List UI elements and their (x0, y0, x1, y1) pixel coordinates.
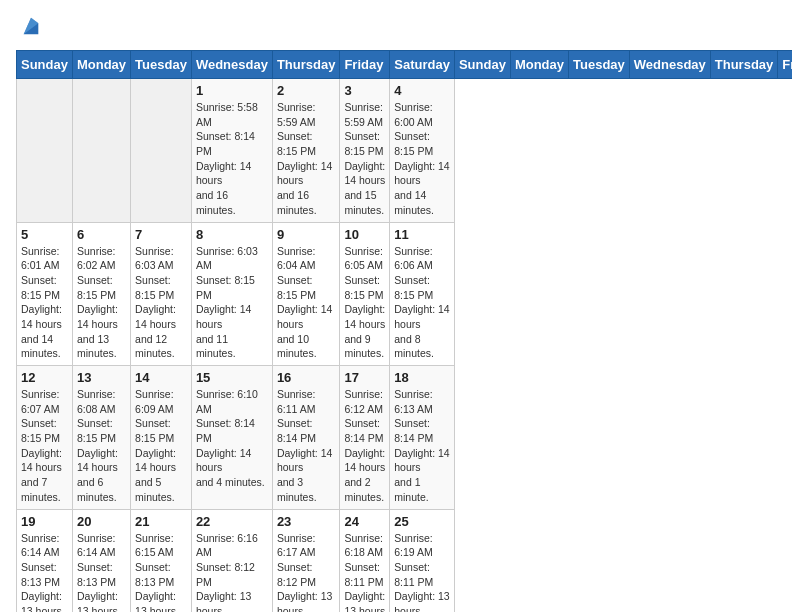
logo-icon (20, 16, 42, 38)
day-number: 17 (344, 370, 385, 385)
calendar-cell: 13Sunrise: 6:08 AMSunset: 8:15 PMDayligh… (72, 366, 130, 510)
day-info: Sunrise: 6:03 AMSunset: 8:15 PMDaylight:… (135, 244, 187, 362)
calendar-cell: 3Sunrise: 5:59 AMSunset: 8:15 PMDaylight… (340, 79, 390, 223)
day-info: Sunrise: 5:59 AMSunset: 8:15 PMDaylight:… (277, 100, 336, 218)
calendar-cell: 15Sunrise: 6:10 AMSunset: 8:14 PMDayligh… (191, 366, 272, 510)
day-info: Sunrise: 6:14 AMSunset: 8:13 PMDaylight:… (77, 531, 126, 613)
calendar-week-4: 19Sunrise: 6:14 AMSunset: 8:13 PMDayligh… (17, 509, 793, 612)
calendar-cell: 9Sunrise: 6:04 AMSunset: 8:15 PMDaylight… (272, 222, 340, 366)
calendar-cell: 23Sunrise: 6:17 AMSunset: 8:12 PMDayligh… (272, 509, 340, 612)
day-info: Sunrise: 6:17 AMSunset: 8:12 PMDaylight:… (277, 531, 336, 613)
day-header-monday: Monday (510, 51, 568, 79)
day-number: 20 (77, 514, 126, 529)
calendar-cell (17, 79, 73, 223)
day-info: Sunrise: 6:18 AMSunset: 8:11 PMDaylight:… (344, 531, 385, 613)
calendar-cell: 21Sunrise: 6:15 AMSunset: 8:13 PMDayligh… (131, 509, 192, 612)
day-header-friday: Friday (778, 51, 792, 79)
day-info: Sunrise: 6:15 AMSunset: 8:13 PMDaylight:… (135, 531, 187, 613)
calendar-header-row: SundayMondayTuesdayWednesdayThursdayFrid… (17, 51, 793, 79)
day-info: Sunrise: 6:10 AMSunset: 8:14 PMDaylight:… (196, 387, 268, 490)
day-header-sunday: Sunday (454, 51, 510, 79)
calendar-cell: 6Sunrise: 6:02 AMSunset: 8:15 PMDaylight… (72, 222, 130, 366)
day-info: Sunrise: 6:14 AMSunset: 8:13 PMDaylight:… (21, 531, 68, 613)
calendar-week-2: 5Sunrise: 6:01 AMSunset: 8:15 PMDaylight… (17, 222, 793, 366)
calendar-cell (131, 79, 192, 223)
day-info: Sunrise: 5:59 AMSunset: 8:15 PMDaylight:… (344, 100, 385, 218)
day-info: Sunrise: 6:12 AMSunset: 8:14 PMDaylight:… (344, 387, 385, 505)
day-header-friday: Friday (340, 51, 390, 79)
logo (16, 16, 42, 38)
calendar-cell: 14Sunrise: 6:09 AMSunset: 8:15 PMDayligh… (131, 366, 192, 510)
day-number: 7 (135, 227, 187, 242)
day-header-tuesday: Tuesday (131, 51, 192, 79)
calendar-cell: 4Sunrise: 6:00 AMSunset: 8:15 PMDaylight… (390, 79, 455, 223)
day-info: Sunrise: 6:03 AMSunset: 8:15 PMDaylight:… (196, 244, 268, 362)
day-header-wednesday: Wednesday (191, 51, 272, 79)
day-info: Sunrise: 6:08 AMSunset: 8:15 PMDaylight:… (77, 387, 126, 505)
day-number: 19 (21, 514, 68, 529)
day-number: 16 (277, 370, 336, 385)
day-number: 22 (196, 514, 268, 529)
day-info: Sunrise: 5:58 AMSunset: 8:14 PMDaylight:… (196, 100, 268, 218)
day-info: Sunrise: 6:19 AMSunset: 8:11 PMDaylight:… (394, 531, 450, 613)
day-info: Sunrise: 6:04 AMSunset: 8:15 PMDaylight:… (277, 244, 336, 362)
day-info: Sunrise: 6:01 AMSunset: 8:15 PMDaylight:… (21, 244, 68, 362)
calendar-cell: 7Sunrise: 6:03 AMSunset: 8:15 PMDaylight… (131, 222, 192, 366)
day-info: Sunrise: 6:02 AMSunset: 8:15 PMDaylight:… (77, 244, 126, 362)
day-number: 10 (344, 227, 385, 242)
day-info: Sunrise: 6:07 AMSunset: 8:15 PMDaylight:… (21, 387, 68, 505)
day-number: 5 (21, 227, 68, 242)
calendar-cell: 8Sunrise: 6:03 AMSunset: 8:15 PMDaylight… (191, 222, 272, 366)
calendar-cell: 16Sunrise: 6:11 AMSunset: 8:14 PMDayligh… (272, 366, 340, 510)
calendar-cell: 18Sunrise: 6:13 AMSunset: 8:14 PMDayligh… (390, 366, 455, 510)
calendar-cell: 2Sunrise: 5:59 AMSunset: 8:15 PMDaylight… (272, 79, 340, 223)
day-info: Sunrise: 6:09 AMSunset: 8:15 PMDaylight:… (135, 387, 187, 505)
day-info: Sunrise: 6:13 AMSunset: 8:14 PMDaylight:… (394, 387, 450, 505)
calendar-cell (72, 79, 130, 223)
calendar-table: SundayMondayTuesdayWednesdayThursdayFrid… (16, 50, 792, 612)
day-number: 12 (21, 370, 68, 385)
day-number: 8 (196, 227, 268, 242)
day-number: 14 (135, 370, 187, 385)
day-number: 1 (196, 83, 268, 98)
calendar-cell: 22Sunrise: 6:16 AMSunset: 8:12 PMDayligh… (191, 509, 272, 612)
day-info: Sunrise: 6:11 AMSunset: 8:14 PMDaylight:… (277, 387, 336, 505)
calendar-week-3: 12Sunrise: 6:07 AMSunset: 8:15 PMDayligh… (17, 366, 793, 510)
calendar-cell: 24Sunrise: 6:18 AMSunset: 8:11 PMDayligh… (340, 509, 390, 612)
day-info: Sunrise: 6:05 AMSunset: 8:15 PMDaylight:… (344, 244, 385, 362)
calendar-cell: 19Sunrise: 6:14 AMSunset: 8:13 PMDayligh… (17, 509, 73, 612)
calendar-cell: 10Sunrise: 6:05 AMSunset: 8:15 PMDayligh… (340, 222, 390, 366)
day-header-thursday: Thursday (710, 51, 778, 79)
day-number: 2 (277, 83, 336, 98)
day-header-monday: Monday (72, 51, 130, 79)
calendar-cell: 20Sunrise: 6:14 AMSunset: 8:13 PMDayligh… (72, 509, 130, 612)
calendar-cell: 12Sunrise: 6:07 AMSunset: 8:15 PMDayligh… (17, 366, 73, 510)
day-info: Sunrise: 6:00 AMSunset: 8:15 PMDaylight:… (394, 100, 450, 218)
calendar-cell: 5Sunrise: 6:01 AMSunset: 8:15 PMDaylight… (17, 222, 73, 366)
calendar-cell: 17Sunrise: 6:12 AMSunset: 8:14 PMDayligh… (340, 366, 390, 510)
day-number: 21 (135, 514, 187, 529)
day-number: 23 (277, 514, 336, 529)
day-number: 15 (196, 370, 268, 385)
day-header-thursday: Thursday (272, 51, 340, 79)
calendar-cell: 11Sunrise: 6:06 AMSunset: 8:15 PMDayligh… (390, 222, 455, 366)
day-header-tuesday: Tuesday (569, 51, 630, 79)
day-info: Sunrise: 6:16 AMSunset: 8:12 PMDaylight:… (196, 531, 268, 613)
page-header (16, 16, 776, 38)
day-number: 24 (344, 514, 385, 529)
day-number: 25 (394, 514, 450, 529)
day-number: 13 (77, 370, 126, 385)
calendar-cell: 25Sunrise: 6:19 AMSunset: 8:11 PMDayligh… (390, 509, 455, 612)
day-info: Sunrise: 6:06 AMSunset: 8:15 PMDaylight:… (394, 244, 450, 362)
day-header-sunday: Sunday (17, 51, 73, 79)
day-header-wednesday: Wednesday (629, 51, 710, 79)
day-number: 6 (77, 227, 126, 242)
day-number: 3 (344, 83, 385, 98)
calendar-week-1: 1Sunrise: 5:58 AMSunset: 8:14 PMDaylight… (17, 79, 793, 223)
day-number: 11 (394, 227, 450, 242)
calendar-cell: 1Sunrise: 5:58 AMSunset: 8:14 PMDaylight… (191, 79, 272, 223)
day-number: 4 (394, 83, 450, 98)
day-header-saturday: Saturday (390, 51, 455, 79)
day-number: 9 (277, 227, 336, 242)
day-number: 18 (394, 370, 450, 385)
